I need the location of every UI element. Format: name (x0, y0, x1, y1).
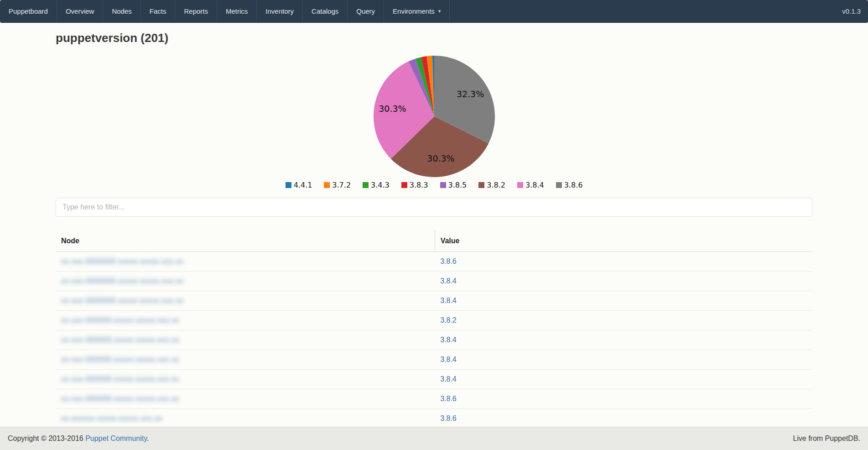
navbar: PuppetboardOverviewNodesFactsReportsMetr… (0, 0, 868, 23)
chart-legend: 4.4.13.7.23.4.33.8.33.8.53.8.23.8.43.8.6 (280, 180, 589, 189)
table-row: xx-xxx-000000.xxxxx-xxxxx.xxx.xx3.8.4 (56, 370, 812, 389)
nav-item-label: Inventory (265, 7, 294, 15)
value-link[interactable]: 3.8.4 (440, 277, 457, 285)
nav-item-label: Environments (393, 7, 435, 15)
value-link[interactable]: 3.8.4 (440, 375, 457, 383)
pie-chart-svg: 32.3%30.3%30.3% (370, 52, 498, 180)
nav-item-environments[interactable]: Environments▾ (384, 0, 450, 22)
legend-swatch (286, 182, 291, 188)
live-status: Live from PuppetDB. (793, 434, 860, 443)
nav-item-label: Puppetboard (9, 7, 48, 15)
node-link[interactable]: xx-xxx-000000.xxxxx-xxxxx.xxx.xx (61, 336, 179, 344)
legend-label: 3.4.3 (371, 181, 390, 189)
legend-swatch (556, 182, 562, 188)
value-link[interactable]: 3.8.6 (440, 414, 457, 422)
legend-swatch (401, 182, 407, 188)
version-label: v0.1.3 (835, 0, 868, 22)
legend-item-3.8.5: 3.8.5 (440, 181, 467, 189)
pie-slice-label: 32.3% (456, 89, 483, 99)
value-link[interactable]: 3.8.4 (440, 336, 457, 344)
copyright-prefix: Copyright © 2013-2016 (8, 434, 85, 442)
value-link[interactable]: 3.8.4 (440, 356, 457, 363)
legend-item-4.4.1: 4.4.1 (286, 181, 312, 189)
nav-item-reports[interactable]: Reports (175, 0, 217, 22)
legend-label: 3.7.2 (332, 181, 351, 189)
nav-item-nodes[interactable]: Nodes (103, 0, 140, 22)
nav-item-overview[interactable]: Overview (57, 0, 104, 22)
nav-item-label: Metrics (226, 7, 248, 15)
main-content: puppetversion (201) 32.3%30.3%30.3% 4.4.… (0, 23, 868, 427)
footer: Copyright © 2013-2016 Puppet Community. … (0, 427, 868, 450)
legend-swatch (440, 182, 446, 188)
page-title: puppetversion (201) (56, 30, 812, 46)
legend-label: 3.8.5 (448, 181, 467, 189)
value-link[interactable]: 3.8.6 (440, 395, 457, 403)
table-row: xx-xxx-000000.xxxxx-xxxxx.xxx.xx3.8.4 (56, 350, 812, 370)
node-link[interactable]: xx-xxx-0000000.xxxxx-xxxxx.xxx.xx (61, 257, 183, 265)
legend-item-3.8.2: 3.8.2 (478, 181, 505, 189)
table-row: xx-xxx-000000.xxxxx-xxxxx.xxx.xx3.8.2 (56, 311, 812, 330)
column-header-node: Node (56, 230, 435, 252)
legend-swatch (517, 182, 523, 188)
nav-item-label: Catalogs (312, 7, 338, 15)
nav-item-facts[interactable]: Facts (141, 0, 176, 22)
table-row: xx-xxxxxx.xxxxx-xxxxx.xxx.xx3.8.6 (56, 409, 812, 427)
nav-item-catalogs[interactable]: Catalogs (303, 0, 348, 22)
table-row: xx-xxx-000000.xxxxx-xxxxx.xxx.xx3.8.4 (56, 330, 812, 350)
table-row: xx-xxx-0000000.xxxxx-xxxxx.xxx.xx3.8.4 (56, 272, 812, 291)
legend-swatch (478, 182, 484, 188)
pie-chart: 32.3%30.3%30.3% 4.4.13.7.23.4.33.8.33.8.… (56, 52, 812, 189)
pie-slice-label: 30.3% (379, 104, 406, 114)
facts-table: Node Value xx-xxx-0000000.xxxxx-xxxxx.xx… (56, 230, 812, 427)
node-link[interactable]: xx-xxxxxx.xxxxx-xxxxx.xxx.xx (61, 414, 162, 422)
legend-label: 3.8.6 (564, 181, 583, 189)
nav-item-inventory[interactable]: Inventory (257, 0, 303, 22)
nav-item-metrics[interactable]: Metrics (217, 0, 257, 22)
column-header-value: Value (435, 230, 812, 252)
value-link[interactable]: 3.8.2 (440, 316, 457, 324)
legend-item-3.8.4: 3.8.4 (517, 181, 544, 189)
pie-slice-label: 30.3% (427, 153, 454, 163)
nav-item-label: Query (356, 7, 375, 15)
nav-item-label: Facts (150, 7, 166, 15)
nav-item-label: Reports (184, 7, 208, 15)
legend-item-3.7.2: 3.7.2 (324, 181, 351, 189)
legend-label: 3.8.3 (410, 181, 428, 189)
legend-label: 3.8.4 (525, 181, 544, 189)
legend-label: 4.4.1 (294, 181, 312, 189)
copyright-suffix: . (147, 434, 149, 442)
legend-label: 3.8.2 (487, 181, 505, 189)
filter-input[interactable] (56, 198, 812, 217)
legend-item-3.8.3: 3.8.3 (401, 181, 428, 189)
node-link[interactable]: xx-xxx-0000000.xxxxx-xxxxx.xxx.xx (61, 297, 183, 304)
table-row: xx-xxx-0000000.xxxxx-xxxxx.xxx.xx3.8.4 (56, 291, 812, 311)
value-link[interactable]: 3.8.6 (440, 257, 457, 265)
caret-down-icon: ▾ (438, 8, 441, 14)
legend-item-3.8.6: 3.8.6 (556, 181, 583, 189)
node-link[interactable]: xx-xxx-000000.xxxxx-xxxxx.xxx.xx (61, 356, 179, 363)
table-header-row: Node Value (56, 230, 812, 252)
value-link[interactable]: 3.8.4 (440, 297, 457, 304)
nav-item-puppetboard[interactable]: Puppetboard (0, 0, 57, 22)
navbar-items: PuppetboardOverviewNodesFactsReportsMetr… (0, 0, 450, 22)
legend-swatch (363, 182, 369, 188)
copyright-text: Copyright © 2013-2016 Puppet Community. (8, 434, 149, 443)
node-link[interactable]: xx-xxx-000000.xxxxx-xxxxx.xxx.xx (61, 316, 179, 324)
legend-swatch (324, 182, 330, 188)
puppet-community-link[interactable]: Puppet Community (85, 434, 147, 442)
legend-item-3.4.3: 3.4.3 (363, 181, 390, 189)
nav-item-label: Nodes (112, 7, 131, 15)
nav-item-label: Overview (66, 7, 94, 15)
node-link[interactable]: xx-xxx-000000.xxxxx-xxxxx.xxx.xx (61, 395, 179, 403)
table-row: xx-xxx-0000000.xxxxx-xxxxx.xxx.xx3.8.6 (56, 252, 812, 272)
node-link[interactable]: xx-xxx-000000.xxxxx-xxxxx.xxx.xx (61, 375, 179, 383)
node-link[interactable]: xx-xxx-0000000.xxxxx-xxxxx.xxx.xx (61, 277, 183, 285)
table-row: xx-xxx-000000.xxxxx-xxxxx.xxx.xx3.8.6 (56, 389, 812, 409)
nav-item-query[interactable]: Query (348, 0, 384, 22)
